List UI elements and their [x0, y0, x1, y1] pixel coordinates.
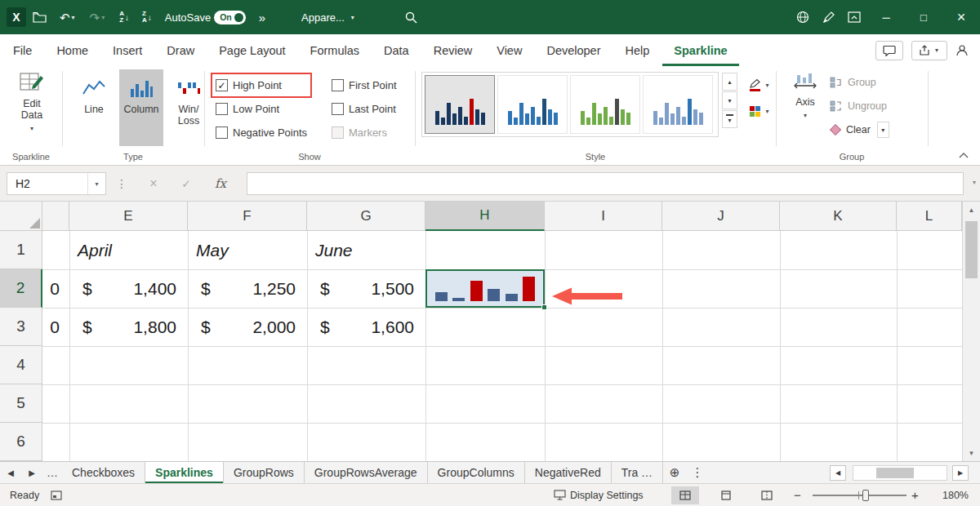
cell-G2[interactable]: $1,500 — [307, 269, 425, 308]
maximize-button[interactable]: □ — [905, 0, 942, 34]
sparkline-color-button[interactable]: ▾ — [743, 74, 777, 96]
cell-D2-partial[interactable]: 0 — [42, 269, 69, 308]
page-layout-view-button[interactable] — [712, 486, 740, 504]
gallery-scroll-up-button[interactable]: ▴ — [722, 73, 737, 91]
page-break-view-button[interactable] — [753, 486, 781, 504]
cell-G1[interactable]: June — [307, 231, 425, 269]
cell-E3[interactable]: $1,800 — [69, 308, 188, 346]
sheet-tab-negativered[interactable]: NegativeRed — [525, 462, 612, 483]
type-line-button[interactable]: Line — [72, 69, 116, 146]
formula-input[interactable] — [247, 172, 964, 195]
checkbox-negative-points[interactable]: Negative Points — [216, 125, 307, 140]
zoom-in-button[interactable]: + — [911, 484, 919, 506]
column-header-I[interactable]: I — [545, 202, 662, 231]
checkbox-last-point[interactable]: Last Point — [332, 101, 397, 117]
hscroll-right-button[interactable]: ▶ — [952, 465, 969, 481]
autosave-toggle[interactable]: AutoSave On — [158, 0, 252, 34]
sheet-list-button[interactable]: … — [42, 462, 62, 483]
sheet-options-button[interactable]: ⋮ — [686, 462, 709, 483]
sort-descending-button[interactable]: ZA↓ — [136, 0, 158, 34]
checkbox-first-point[interactable]: First Point — [332, 78, 397, 93]
sort-ascending-button[interactable]: AZ↓ — [113, 0, 136, 34]
horizontal-scrollbar-thumb[interactable] — [876, 468, 914, 478]
vertical-scrollbar-thumb[interactable] — [965, 221, 978, 278]
ribbon-display-options-button[interactable] — [841, 0, 867, 34]
normal-view-button[interactable] — [671, 486, 699, 504]
tab-file[interactable]: File — [2, 34, 43, 66]
edit-data-button[interactable]: Edit Data ▾ — [7, 71, 57, 132]
group-button[interactable]: Group — [830, 74, 889, 91]
vertical-scrollbar[interactable]: ▲ ▼ — [962, 202, 980, 461]
display-settings-button[interactable]: Display Settings — [554, 484, 644, 506]
hscroll-left-button[interactable]: ◀ — [830, 465, 846, 481]
tab-home[interactable]: Home — [45, 34, 100, 66]
style-option-4[interactable] — [643, 75, 713, 134]
style-option-2[interactable] — [497, 75, 568, 134]
tab-formulas[interactable]: Formulas — [299, 34, 371, 66]
checkbox-low-point[interactable]: Low Point — [216, 101, 307, 117]
cell-F3[interactable]: $2,000 — [188, 308, 307, 346]
cell-D3-partial[interactable]: 0 — [42, 308, 69, 346]
column-header-E[interactable]: E — [69, 202, 188, 231]
tab-insert[interactable]: Insert — [101, 34, 154, 66]
tab-developer[interactable]: Developer — [535, 34, 612, 66]
redo-button[interactable]: ↷▾ — [83, 0, 114, 34]
sheet-tab-groupcolumns[interactable]: GroupColumns — [428, 462, 525, 483]
zoom-level[interactable]: 180% — [942, 484, 969, 506]
previous-sheet-button[interactable]: ◀ — [0, 462, 21, 483]
tab-review[interactable]: Review — [422, 34, 484, 66]
tab-page-layout[interactable]: Page Layout — [207, 34, 296, 66]
excel-app-icon[interactable]: X — [7, 7, 26, 27]
undo-button[interactable]: ↶▾ — [53, 0, 83, 34]
record-macro-button[interactable] — [51, 484, 62, 506]
close-button[interactable]: × — [942, 0, 980, 34]
minimize-button[interactable]: ─ — [867, 0, 905, 34]
column-header-partial[interactable] — [42, 202, 69, 231]
expand-formula-bar-button[interactable]: ▾ — [973, 179, 976, 186]
formula-bar-resize-handle[interactable]: ⋮ — [116, 172, 127, 195]
selection-fill-handle[interactable] — [541, 304, 547, 310]
zoom-slider-handle[interactable] — [862, 490, 869, 501]
column-header-K[interactable]: K — [780, 202, 897, 231]
tab-help[interactable]: Help — [614, 34, 662, 66]
tab-draw[interactable]: Draw — [155, 34, 206, 66]
row-header-3[interactable]: 3 — [0, 308, 42, 346]
share-button[interactable]: ▾ — [911, 41, 947, 60]
sheet-tab-grouprowsaverage[interactable]: GroupRowsAverage — [305, 462, 428, 483]
row-header-6[interactable]: 6 — [0, 423, 42, 461]
quick-access-overflow-button[interactable]: » — [252, 0, 272, 34]
style-option-3[interactable] — [570, 75, 640, 134]
sheet-tab-grouprows[interactable]: GroupRows — [224, 462, 305, 483]
row-header-2[interactable]: 2 — [0, 269, 42, 308]
type-column-button[interactable]: Column — [119, 69, 163, 146]
column-header-J[interactable]: J — [662, 202, 780, 231]
column-header-H[interactable]: H — [425, 202, 545, 231]
axis-button[interactable]: Axis ▾ — [784, 73, 826, 119]
comments-button[interactable] — [875, 41, 903, 60]
checkbox-markers[interactable]: Markers — [332, 125, 397, 140]
scroll-up-button[interactable]: ▲ — [963, 202, 980, 218]
new-sheet-button[interactable]: ⊕ — [663, 462, 686, 483]
cell-F2[interactable]: $1,250 — [188, 269, 307, 308]
inking-button[interactable] — [816, 0, 841, 34]
name-box[interactable]: H2 ▾ — [7, 172, 106, 195]
collapse-ribbon-button[interactable] — [959, 153, 969, 158]
row-header-1[interactable]: 1 — [0, 231, 42, 269]
sheet-tab-tra[interactable]: Tra … — [612, 462, 663, 483]
network-status-button[interactable] — [790, 0, 816, 34]
marker-color-button[interactable]: ▾ — [743, 100, 777, 122]
zoom-slider-track[interactable] — [813, 495, 906, 496]
column-header-G[interactable]: G — [307, 202, 425, 231]
cell-E2[interactable]: $1,400 — [69, 269, 188, 308]
name-box-dropdown[interactable]: ▾ — [87, 173, 105, 194]
clear-dropdown-button[interactable]: ▾ — [877, 122, 889, 138]
insert-function-button[interactable]: fx — [211, 172, 230, 195]
scroll-down-button[interactable]: ▼ — [963, 445, 980, 461]
cell-E1[interactable]: April — [69, 231, 188, 269]
zoom-out-button[interactable]: − — [794, 484, 801, 506]
ungroup-button[interactable]: Ungroup — [830, 98, 889, 114]
sheet-tab-sparklines[interactable]: Sparklines — [145, 462, 224, 483]
next-sheet-button[interactable]: ▶ — [21, 462, 42, 483]
horizontal-scrollbar[interactable] — [853, 465, 947, 481]
cell-H2-selected-sparkline[interactable] — [425, 269, 545, 308]
